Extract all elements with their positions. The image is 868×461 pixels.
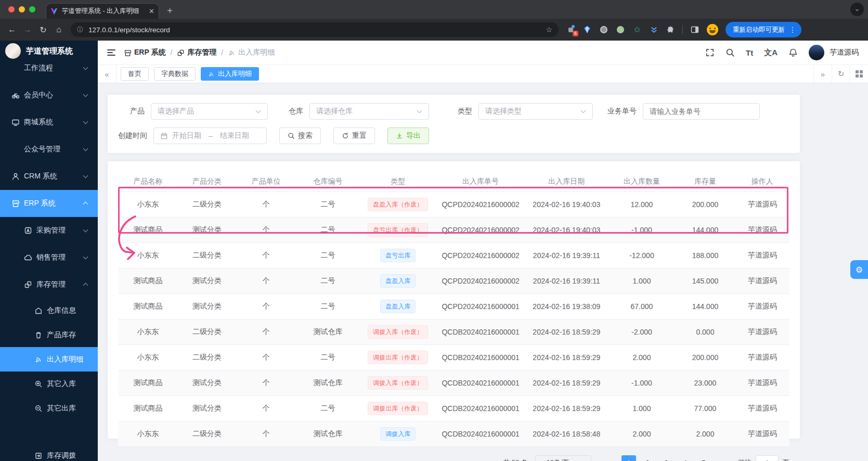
browser-tab-title: 芋道管理系统 - 出入库明细	[62, 7, 146, 16]
cell-category: 测试分类	[178, 268, 236, 294]
prev-page-button[interactable]: ‹	[603, 455, 617, 461]
breadcrumb-item[interactable]: 库存管理	[177, 48, 216, 57]
tag-tab-字典数据[interactable]: 字典数据	[154, 67, 196, 81]
warehouse-select[interactable]: 请选择仓库	[309, 103, 429, 120]
extension-green-star-icon[interactable]: ✩	[632, 25, 642, 34]
column-header: 库存量	[675, 172, 735, 192]
column-header: 产品名称	[118, 172, 178, 192]
chevron-down-icon	[83, 119, 88, 124]
extensions-row: 6 ✩	[566, 24, 718, 35]
bizno-input[interactable]	[643, 103, 760, 120]
cell-operator: 芋道源码	[735, 192, 789, 217]
page-size-select[interactable]: 10条/页	[535, 455, 591, 461]
next-page-button[interactable]: ›	[715, 455, 730, 461]
table-row: 测试商品测试分类个测试仓库调拨入库（作废）QCDB202402160000012…	[118, 370, 789, 396]
sidebar-item-出入库明细[interactable]: 出入库明细	[0, 347, 98, 372]
window-minimize-button[interactable]	[19, 6, 25, 12]
date-range-picker[interactable]: 开始日期 – 结束日期	[153, 127, 267, 144]
page-button-2[interactable]: 2	[640, 455, 655, 461]
window-controls[interactable]	[8, 6, 35, 12]
tags-layout-grid-icon[interactable]	[850, 65, 868, 83]
profile-avatar[interactable]	[707, 24, 718, 35]
fullscreen-icon[interactable]	[705, 48, 715, 57]
type-select[interactable]: 请选择类型	[478, 103, 593, 120]
reload-icon[interactable]: ↻	[35, 25, 51, 35]
top-navbar: ERP 系统/库存管理/出入库明细 Tt 文A 芋道源码	[98, 41, 868, 65]
extension-tampermonkey-icon[interactable]: 6	[566, 25, 575, 34]
extension-gray-circle-icon[interactable]	[599, 25, 608, 34]
pagination: 共 50 条 10条/页 ‹ 12345 › 前往 页	[118, 455, 789, 461]
sidebar-item-ERP 系统[interactable]: ERP 系统	[0, 190, 98, 217]
browser-tab[interactable]: 芋道管理系统 - 出入库明细 ✕	[46, 3, 159, 19]
chevron-up-icon	[83, 202, 88, 207]
table-row: 测试商品测试分类个二号调拨出库（作废）QCDB20240216000001202…	[118, 396, 789, 421]
tags-scroll-left-icon[interactable]: «	[98, 65, 116, 83]
cell-category: 测试分类	[178, 217, 236, 243]
erp-icon	[11, 199, 20, 208]
username[interactable]: 芋道源码	[830, 48, 859, 57]
tab-close-icon[interactable]: ✕	[149, 7, 154, 15]
sidebar-item-仓库信息[interactable]: 仓库信息	[0, 298, 98, 323]
goto-page-input[interactable]	[756, 455, 779, 461]
page-button-5[interactable]: 5	[696, 455, 711, 461]
sidebar-item-其它出库[interactable]: 其它出库	[0, 396, 98, 420]
sidebar-item-库存管理[interactable]: 库存管理	[0, 271, 98, 298]
language-icon[interactable]: 文A	[764, 48, 778, 58]
tags-scroll-right-icon[interactable]: »	[813, 65, 832, 83]
settings-gear-button[interactable]: ⚙	[850, 260, 868, 279]
extension-green-circle-icon[interactable]	[616, 25, 625, 34]
column-header: 产品分类	[178, 172, 236, 192]
site-info-icon[interactable]: ⓘ	[77, 25, 83, 34]
export-button[interactable]: 导出	[387, 127, 429, 144]
cell-order_no: QCPD20240216000002	[436, 243, 525, 268]
sidebar-item-其它入库[interactable]: 其它入库	[0, 372, 98, 396]
user-avatar[interactable]	[809, 45, 824, 60]
breadcrumb-item[interactable]: ERP 系统	[124, 48, 165, 57]
notification-bell-icon[interactable]	[788, 48, 798, 57]
search-icon[interactable]	[726, 48, 735, 57]
sidebar-item-销售管理[interactable]: 销售管理	[0, 244, 98, 271]
tab-search-chevron-icon[interactable]: ⌄	[850, 3, 864, 16]
address-bar[interactable]: ⓘ 127.0.0.1/erp/stock/record ☆	[71, 22, 559, 37]
column-header: 出入库日期	[525, 172, 608, 192]
window-zoom-button[interactable]	[29, 6, 35, 12]
chrome-update-button[interactable]: 重新启动即可更新 ⋮	[726, 22, 801, 37]
collapse-menu-icon[interactable]	[106, 47, 116, 58]
page-button-1[interactable]: 1	[621, 455, 636, 461]
cell-type: 盘盈入库	[360, 294, 436, 319]
tag-label: 出入库明细	[218, 69, 252, 79]
font-size-icon[interactable]: Tt	[746, 48, 753, 57]
sidebar-item-label: 库存管理	[36, 280, 66, 289]
product-select[interactable]: 请选择产品	[151, 103, 268, 120]
sidebar-item-库存调拨[interactable]: 库存调拨	[0, 443, 98, 461]
sidebar-item-产品库存[interactable]: 产品库存	[0, 323, 98, 347]
sidebar-item-商城系统[interactable]: 商城系统	[0, 109, 98, 136]
tag-tab-出入库明细[interactable]: 出入库明细	[201, 67, 259, 81]
side-panel-icon[interactable]	[690, 25, 699, 34]
home-icon[interactable]: ⌂	[51, 25, 67, 34]
extensions-puzzle-icon[interactable]	[666, 25, 675, 34]
tags-refresh-icon[interactable]: ↻	[832, 65, 850, 83]
sidebar-item-会员中心[interactable]: 会员中心	[0, 82, 98, 109]
extension-kite-icon[interactable]	[582, 25, 592, 34]
cell-product: 测试商品	[118, 370, 178, 396]
app-logo[interactable]: 芋道管理系统	[0, 41, 98, 61]
page-button-3[interactable]: 3	[659, 455, 673, 461]
sidebar-item-采购管理[interactable]: 采购管理	[0, 217, 98, 244]
sidebar-item-CRM 系统[interactable]: CRM 系统	[0, 163, 98, 190]
extension-chevrons-icon[interactable]	[649, 25, 658, 34]
back-icon[interactable]: ←	[4, 25, 20, 34]
search-button[interactable]: 搜索	[279, 127, 321, 144]
browser-menu-kebab-icon[interactable]: ⋮	[789, 25, 796, 34]
reset-button[interactable]: 重置	[333, 127, 375, 144]
new-tab-button[interactable]: ＋	[165, 4, 174, 16]
cell-unit: 个	[236, 217, 296, 243]
sidebar-item-公众号管理[interactable]: 公众号管理	[0, 136, 98, 163]
warehouse-filter-label: 仓库	[289, 107, 303, 116]
sidebar-item-label: 采购管理	[36, 226, 66, 235]
window-close-button[interactable]	[8, 6, 15, 12]
bookmark-star-icon[interactable]: ☆	[546, 25, 552, 34]
tag-tab-首页[interactable]: 首页	[121, 67, 149, 81]
forward-icon[interactable]: →	[20, 25, 35, 34]
page-button-4[interactable]: 4	[678, 455, 692, 461]
